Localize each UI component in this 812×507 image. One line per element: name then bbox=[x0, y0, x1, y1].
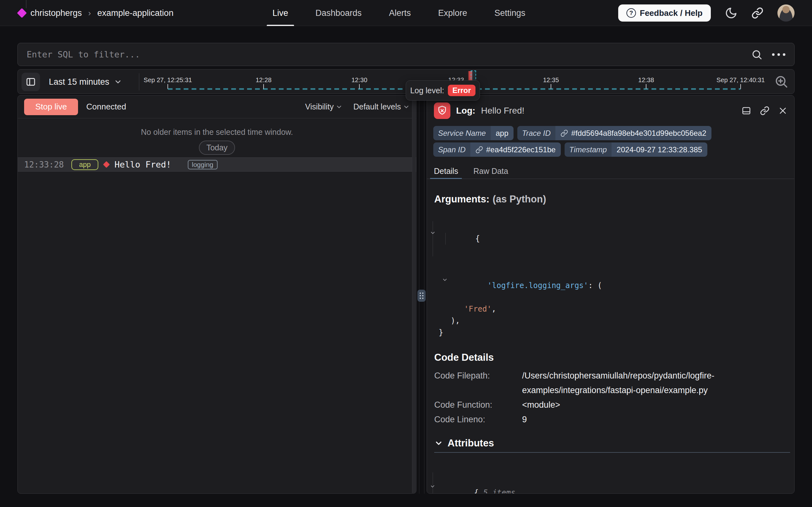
tab-raw-data[interactable]: Raw Data bbox=[470, 164, 512, 179]
detail-title-prefix: Log: bbox=[456, 106, 476, 115]
code-function-label: Code Function: bbox=[434, 398, 522, 412]
attributes-heading: Attributes bbox=[447, 438, 494, 449]
code-details-table: Code Filepath: /Users/christophersamiull… bbox=[431, 369, 790, 427]
collapse-chevron-icon[interactable] bbox=[431, 484, 436, 490]
live-logs-panel: Stop live Connected Visibility Default l… bbox=[17, 95, 417, 494]
log-time: 12:33:28 bbox=[24, 160, 64, 169]
trace-id-label: Trace ID bbox=[517, 126, 555, 140]
link-icon[interactable] bbox=[560, 129, 568, 137]
service-badge[interactable]: app bbox=[71, 159, 98, 170]
trace-id-value[interactable]: #fdd5694a8fa98eb4e301d99ebc056ea2 bbox=[571, 129, 706, 138]
collapse-chevron-icon[interactable] bbox=[430, 230, 436, 236]
tick-label: Sep 27, 12:25:31 bbox=[144, 76, 192, 84]
link-icon[interactable] bbox=[476, 146, 483, 154]
tick-label: 12:38 bbox=[638, 76, 654, 84]
today-button[interactable]: Today bbox=[199, 140, 235, 155]
span-id-value[interactable]: #ea4d5f226ec151be bbox=[486, 145, 556, 154]
visibility-dropdown[interactable]: Visibility bbox=[305, 102, 342, 111]
default-levels-label: Default levels bbox=[353, 102, 401, 111]
share-link-icon[interactable] bbox=[751, 7, 763, 19]
code-lineno-value: 9 bbox=[522, 412, 527, 427]
nav-tab-alerts[interactable]: Alerts bbox=[388, 0, 412, 26]
attributes-section-toggle[interactable]: Attributes bbox=[431, 438, 790, 449]
nav-tab-dashboards[interactable]: Dashboards bbox=[314, 0, 363, 26]
code-function-value: <module> bbox=[522, 398, 560, 412]
chevron-down-icon bbox=[335, 103, 342, 110]
nav-tab-live[interactable]: Live bbox=[271, 0, 290, 26]
breadcrumb: christophergs › example-application bbox=[18, 0, 174, 26]
arguments-heading: Arguments:(as Python) bbox=[431, 193, 790, 205]
arguments-code-block: { 'logfire.logging_args': ( 'Fred', ), } bbox=[431, 209, 790, 339]
default-levels-dropdown[interactable]: Default levels bbox=[353, 102, 410, 111]
service-name-label: Service Name bbox=[433, 126, 491, 140]
more-options-icon[interactable] bbox=[772, 53, 785, 56]
code-details-heading: Code Details bbox=[431, 352, 790, 363]
code-filepath-row: Code Filepath: /Users/christophersamiull… bbox=[434, 369, 790, 398]
collapse-chevron-icon[interactable] bbox=[442, 277, 448, 283]
breadcrumb-org[interactable]: christophergs bbox=[30, 8, 82, 18]
attributes-divider bbox=[434, 452, 790, 453]
sidebar-toggle-icon[interactable] bbox=[21, 73, 40, 91]
scope-badge[interactable]: logging bbox=[188, 160, 217, 169]
tick-label: Sep 27, 12:40:31 bbox=[716, 76, 765, 84]
tab-details[interactable]: Details bbox=[430, 164, 462, 179]
panel-resize-handle[interactable] bbox=[418, 290, 426, 302]
stop-live-button[interactable]: Stop live bbox=[24, 99, 78, 115]
detail-title-message: Hello Fred! bbox=[481, 106, 524, 115]
visibility-label: Visibility bbox=[305, 102, 334, 111]
theme-toggle-moon-icon[interactable] bbox=[725, 7, 738, 19]
span-id-label: Span ID bbox=[433, 143, 471, 157]
copy-link-icon[interactable] bbox=[760, 106, 769, 115]
attributes-code-block: { 5 items "code.lineno": 9, "code.functi… bbox=[431, 460, 790, 494]
code-function-row: Code Function: <module> bbox=[434, 398, 790, 412]
chevron-down-icon bbox=[403, 103, 410, 110]
zoom-in-icon[interactable] bbox=[774, 74, 789, 90]
tick-label: 12:28 bbox=[256, 76, 271, 84]
detail-body: Arguments:(as Python) { 'logfire.logging… bbox=[427, 193, 794, 494]
user-avatar[interactable] bbox=[777, 4, 795, 21]
timebar-divider bbox=[139, 73, 139, 91]
log-row-selected[interactable]: 12:33:28 app Hello Fred! logging bbox=[18, 157, 416, 172]
live-panel-body: No older items in the selected time wind… bbox=[18, 118, 416, 172]
service-name-badge: Service Name app bbox=[433, 126, 513, 140]
timestamp-label: Timestamp bbox=[565, 143, 612, 157]
time-range-label: Last 15 minutes bbox=[49, 77, 110, 87]
empty-window-message: No older items in the selected time wind… bbox=[18, 118, 416, 137]
service-name-value: app bbox=[491, 129, 513, 138]
code-filepath-value: /Users/christophersamiullah/repos/pydant… bbox=[522, 369, 714, 398]
trace-id-badge: Trace ID #fdd5694a8fa98eb4e301d99ebc056e… bbox=[517, 126, 711, 140]
code-lineno-label: Code Lineno: bbox=[434, 412, 522, 427]
breadcrumb-project[interactable]: example-application bbox=[98, 8, 174, 18]
search-icon[interactable] bbox=[751, 49, 762, 60]
vertical-scrollbar[interactable] bbox=[412, 96, 416, 493]
close-icon[interactable] bbox=[778, 106, 787, 115]
chevron-down-icon bbox=[434, 439, 443, 448]
nav-tab-settings[interactable]: Settings bbox=[493, 0, 527, 26]
log-detail-panel: Log: Hello Fred! Service Name app Trace … bbox=[427, 95, 795, 494]
timestamp-badge: Timestamp 2024-09-27 12:33:28.385 bbox=[565, 143, 707, 157]
nav-tab-explore[interactable]: Explore bbox=[437, 0, 469, 26]
time-range-dropdown[interactable]: Last 15 minutes bbox=[49, 69, 122, 94]
log-message: Hello Fred! bbox=[115, 160, 171, 169]
detail-panel-header: Log: Hello Fred! bbox=[427, 96, 794, 126]
code-filepath-label: Code Filepath: bbox=[434, 369, 522, 398]
feedback-help-label: Feedback / Help bbox=[640, 8, 702, 18]
feedback-help-button[interactable]: ? Feedback / Help bbox=[618, 4, 711, 21]
timestamp-value: 2024-09-27 12:33:28.385 bbox=[612, 145, 707, 154]
detail-tabs: Details Raw Data bbox=[427, 164, 794, 179]
tooltip-label: Log level: bbox=[410, 86, 444, 95]
error-level-badge: Error bbox=[448, 85, 476, 96]
topbar-actions: ? Feedback / Help bbox=[618, 0, 795, 26]
help-icon: ? bbox=[626, 8, 636, 18]
chevron-down-icon bbox=[114, 78, 122, 86]
live-panel-header: Stop live Connected Visibility Default l… bbox=[18, 96, 416, 118]
error-diamond-icon bbox=[103, 161, 110, 168]
error-shield-icon bbox=[434, 103, 450, 119]
breadcrumb-separator-icon: › bbox=[87, 8, 92, 18]
tick-label: 12:30 bbox=[352, 76, 367, 84]
code-lineno-row: Code Lineno: 9 bbox=[434, 412, 790, 427]
tick-label: 12:35 bbox=[543, 76, 559, 84]
sql-filter-input[interactable] bbox=[27, 50, 751, 59]
dock-bottom-icon[interactable] bbox=[742, 106, 751, 115]
logfire-logo-icon bbox=[17, 8, 27, 18]
